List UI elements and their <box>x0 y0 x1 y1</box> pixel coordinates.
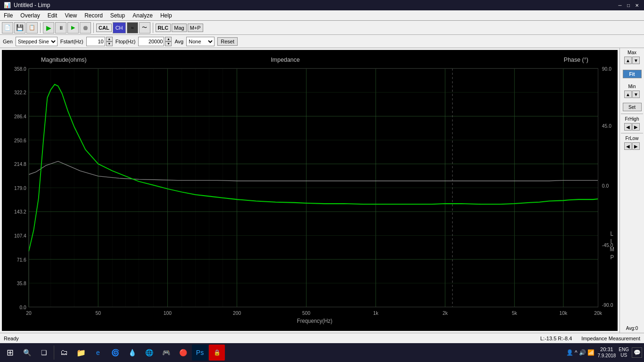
avg-display: Avg:0 <box>626 326 638 331</box>
taskbar-app-2[interactable]: 🔴 <box>175 345 191 361</box>
frhigh-left[interactable]: ◀ <box>624 123 632 131</box>
max-down[interactable]: ▼ <box>632 57 640 64</box>
open-button[interactable]: 💾 <box>14 22 25 33</box>
ylabel-286: 286.4 <box>14 114 26 119</box>
taskbar-app-edge[interactable]: 🌀 <box>107 345 123 361</box>
fstart-input[interactable] <box>86 37 105 46</box>
close-button[interactable]: ✕ <box>634 2 640 8</box>
fstart-down[interactable]: ▼ <box>106 41 113 46</box>
frlow-spinner[interactable]: ◀ ▶ <box>624 142 640 150</box>
min-up[interactable]: ▲ <box>624 90 632 98</box>
fit-button[interactable]: Fit <box>623 70 642 78</box>
cal-label[interactable]: CAL <box>96 24 112 32</box>
rlc-label[interactable]: RLC <box>156 24 171 32</box>
ftop-input[interactable] <box>138 37 164 46</box>
pointer-button[interactable]: ▶ <box>43 22 54 33</box>
max-spinner[interactable]: ▲ ▼ <box>624 57 640 64</box>
taskbar-app-ps[interactable]: Ps <box>192 345 208 361</box>
app-icon: 📊 <box>4 2 11 8</box>
lang-indicator[interactable]: ENGUS <box>619 347 629 358</box>
main-area: Magnitude(ohms) Impedance Phase (°) <box>0 48 644 333</box>
menu-overlay[interactable]: Overlay <box>17 11 43 20</box>
reset-button[interactable]: Reset <box>217 37 238 46</box>
ftop-down[interactable]: ▼ <box>165 41 172 46</box>
noise-button[interactable]: ≈ <box>127 22 138 33</box>
limp-m: M <box>610 246 614 253</box>
menu-setup[interactable]: Setup <box>107 11 129 20</box>
chart-svg: Magnitude(ohms) Impedance Phase (°) <box>2 50 618 331</box>
new-button[interactable]: 📄 <box>2 22 13 33</box>
ylabel-35: 35.8 <box>17 280 26 286</box>
xlabel-200: 200 <box>233 310 241 316</box>
taskbar-app-explorer[interactable]: 📁 <box>73 345 89 361</box>
avg-select[interactable]: None 2 4 8 <box>186 37 215 46</box>
max-up[interactable]: ▲ <box>624 57 632 64</box>
frhigh-spinner[interactable]: ◀ ▶ <box>624 123 640 131</box>
fstart-up[interactable]: ▲ <box>106 37 113 41</box>
menu-record[interactable]: Record <box>81 11 107 20</box>
xlabel-20k: 20k <box>594 310 602 316</box>
toolbar-separator-3 <box>153 23 153 33</box>
window-title: Untitled - Limp <box>14 2 50 8</box>
clock-area[interactable]: 20:31 7.9.2018 <box>597 346 616 358</box>
play-button[interactable]: ▶ <box>67 22 79 33</box>
minimize-button[interactable]: ─ <box>617 2 623 8</box>
xlabel-10k: 10k <box>560 310 568 316</box>
chart-title: Impedance <box>271 56 300 63</box>
ylabel-250: 250.6 <box>14 137 26 143</box>
record-button[interactable]: ⏺ <box>80 22 91 33</box>
mp-button[interactable]: M+P <box>188 24 203 32</box>
min-spinner[interactable]: ▲ ▼ <box>624 90 640 98</box>
menu-analyze[interactable]: Analyze <box>129 11 157 20</box>
mode-select[interactable]: Stepped Sine Pink Noise White Noise Swee… <box>16 37 58 46</box>
maximize-button[interactable]: □ <box>625 2 632 8</box>
ylabel-214: 214.8 <box>14 161 26 167</box>
clock-time: 20:31 <box>597 346 616 353</box>
taskbar-app-chrome[interactable]: 🌐 <box>141 345 157 361</box>
taskview-button[interactable]: ❑ <box>36 345 52 361</box>
menu-file[interactable]: File <box>0 11 17 20</box>
taskbar-app-ie[interactable]: e <box>90 345 106 361</box>
xlabel-2k: 2k <box>443 310 448 316</box>
taskbar-app-dropbox[interactable]: 💧 <box>124 345 140 361</box>
frhigh-right[interactable]: ▶ <box>632 123 640 131</box>
menubar: File Overlay Edit View Record Setup Anal… <box>0 10 644 21</box>
x-axis-title: Frequency(Hz) <box>297 318 332 325</box>
fstart-spinner[interactable]: ▲ ▼ <box>106 37 113 46</box>
menu-view[interactable]: View <box>61 11 81 20</box>
mag-button[interactable]: Mag <box>172 24 186 32</box>
pause-button[interactable]: ⏸ <box>55 22 66 33</box>
ftop-group: ▲ ▼ <box>138 37 172 46</box>
taskbar-app-1[interactable]: 🎮 <box>158 345 174 361</box>
tray-icons: 👤 ^ 🔊 📶 <box>566 349 595 356</box>
level-display: L:-13.5 R:-8.4 <box>540 336 572 341</box>
min-down[interactable]: ▼ <box>632 90 640 98</box>
ylabel-358: 358.0 <box>14 66 26 71</box>
taskbar-app-acrobat[interactable]: 🔒 <box>209 345 225 361</box>
set-button[interactable]: Set <box>623 103 642 111</box>
taskbar-app-files[interactable]: 🗂 <box>56 345 72 361</box>
ylabel-107: 107.4 <box>14 233 26 239</box>
titlebar-controls[interactable]: ─ □ ✕ <box>617 2 640 8</box>
menu-help[interactable]: Help <box>157 11 176 20</box>
ftop-spinner[interactable]: ▲ ▼ <box>165 37 172 46</box>
menu-edit[interactable]: Edit <box>44 11 61 20</box>
phase-title: Phase (°) <box>564 56 588 63</box>
ftop-up[interactable]: ▲ <box>165 37 172 41</box>
system-tray: 👤 ^ 🔊 📶 20:31 7.9.2018 ENGUS 💬 <box>566 346 642 358</box>
wave-button[interactable]: 〜 <box>139 22 150 33</box>
frlow-right[interactable]: ▶ <box>632 142 640 150</box>
frlow-left[interactable]: ◀ <box>624 142 632 150</box>
templates-button[interactable]: 📋 <box>26 22 38 33</box>
notification-button[interactable]: 💬 <box>632 347 642 358</box>
clock-date: 7.9.2018 <box>597 353 616 359</box>
ylabel-322: 322.2 <box>14 90 26 95</box>
statusbar: Ready L:-13.5 R:-8.4 Impedance Measureme… <box>0 333 644 343</box>
limp-l: L <box>610 230 613 237</box>
search-button[interactable]: 🔍 <box>19 345 35 361</box>
channel-button[interactable]: CH <box>113 22 126 33</box>
min-label: Min <box>628 84 636 89</box>
xlabel-500: 500 <box>302 310 310 316</box>
start-button[interactable]: ⊞ <box>2 345 18 361</box>
titlebar-left: 📊 Untitled - Limp <box>4 2 50 8</box>
